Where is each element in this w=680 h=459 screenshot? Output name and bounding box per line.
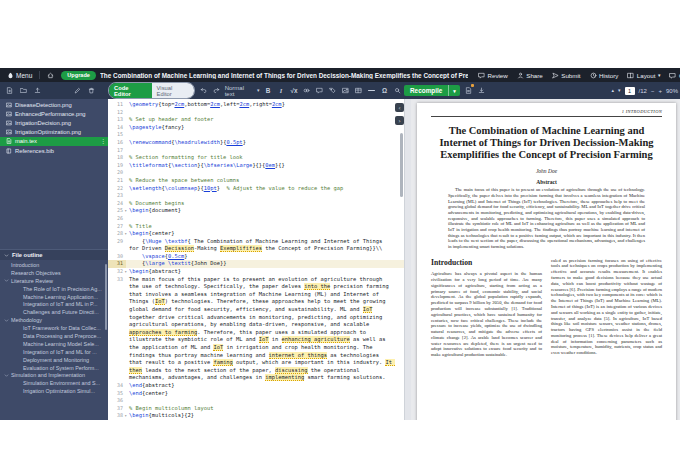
file-tree-item[interactable]: DiseaseDetection.png ⋮: [0, 100, 108, 109]
outline-item[interactable]: Machine Learning Application...: [0, 293, 108, 301]
chat-button[interactable]: Chat: [669, 72, 680, 79]
insert-table-button[interactable]: [354, 85, 363, 96]
search-button[interactable]: [393, 85, 402, 96]
expand-editor-button[interactable]: ›: [395, 116, 404, 125]
code-line[interactable]: 11\geometry{top=2cm,bottom=2cm,left=2cm,…: [108, 101, 404, 109]
undo-button[interactable]: [199, 85, 208, 96]
zoom-level-label[interactable]: 90%: [666, 88, 678, 94]
layout-button[interactable]: Layout ▾: [627, 72, 660, 79]
code-line[interactable]: 37% Begin multicolumn layout: [108, 405, 404, 413]
code-line[interactable]: 26: [108, 215, 404, 223]
share-button[interactable]: Share: [517, 72, 543, 79]
code-line[interactable]: 24% Document begins: [108, 200, 404, 208]
file-tree-item[interactable]: EnhancedPerformance.png ⋮: [0, 109, 108, 118]
code-line[interactable]: 22\setlength{\columnsep}{10pt} % Adjust …: [108, 185, 404, 193]
code-line[interactable]: 21% Reduce the space between columns: [108, 177, 404, 185]
code-line[interactable]: 20: [108, 169, 404, 177]
code-line[interactable]: 27% Title: [108, 223, 404, 231]
redo-button[interactable]: [212, 85, 221, 96]
rename-file-button[interactable]: [73, 85, 82, 96]
outline-item[interactable]: Methodology: [0, 316, 108, 324]
code-line[interactable]: 34\end{abstract}: [108, 382, 404, 390]
add-comment-button[interactable]: [315, 85, 324, 96]
zoom-in-button[interactable]: +: [658, 88, 662, 94]
zoom-out-button[interactable]: −: [651, 88, 655, 94]
outline-scrollbar[interactable]: [105, 264, 108, 330]
code-line[interactable]: 18% Section formatting for title look: [108, 154, 404, 162]
code-editor-tab[interactable]: Code Editor: [109, 83, 152, 98]
outline-item[interactable]: Machine Learning Model Sele...: [0, 340, 108, 348]
history-button[interactable]: History: [590, 72, 619, 79]
code-line[interactable]: 35\end{center}: [108, 390, 404, 398]
upgrade-button[interactable]: Upgrade: [61, 71, 96, 80]
insert-math-button[interactable]: √x: [290, 85, 299, 96]
upload-button[interactable]: [33, 85, 42, 96]
outline-item[interactable]: Literature Review: [0, 277, 108, 285]
pane-divider[interactable]: [404, 99, 411, 420]
file-tree-item[interactable]: IrrigationDecision.png ⋮: [0, 118, 108, 127]
code-line[interactable]: 28▾\begin{center}: [108, 230, 404, 238]
file-outline-header[interactable]: File outline: [0, 250, 108, 260]
outline-item[interactable]: The Role of IoT in Precision Ag...: [0, 285, 108, 293]
outline-item[interactable]: Simulation and Implementation: [0, 371, 108, 379]
code-editor-pane[interactable]: 11\geometry{top=2cm,bottom=2cm,left=2cm,…: [108, 99, 404, 420]
outline-item[interactable]: Deployment and Monitoring: [0, 356, 108, 364]
outline-item[interactable]: IoT Framework for Data Collec...: [0, 324, 108, 332]
bold-button[interactable]: B: [264, 85, 273, 96]
outline-item[interactable]: Irrigation Optimization Simul...: [0, 387, 108, 395]
outline-item[interactable]: Integration of IoT and ML for ...: [0, 348, 108, 356]
overflow-menu-button[interactable]: [367, 85, 376, 96]
code-line[interactable]: 31 {\large \textit{John Doe}}: [108, 260, 404, 268]
menu-button[interactable]: Menu: [4, 68, 35, 82]
pdf-preview-pane[interactable]: 1 INTRODUCTION The Combination of Machin…: [411, 99, 680, 420]
code-line[interactable]: 13% Set up header and footer: [108, 116, 404, 124]
collapse-editor-button[interactable]: ‹: [395, 103, 404, 112]
new-file-button[interactable]: [5, 85, 14, 96]
outline-item[interactable]: Simulation Environment and S...: [0, 379, 108, 387]
outline-item[interactable]: Evaluation of System Perform...: [0, 364, 108, 372]
code-line[interactable]: 19\titleformat{\section}{\bfseries\Large…: [108, 162, 404, 170]
code-line[interactable]: 32▾\begin{abstract}: [108, 268, 404, 276]
insert-link-button[interactable]: [302, 85, 311, 96]
file-menu-icon[interactable]: ⋮: [101, 138, 107, 144]
code-line[interactable]: 23: [108, 192, 404, 200]
paragraph-style-dropdown[interactable]: Normal text ▾: [225, 85, 260, 97]
editor-scrollbar[interactable]: [400, 133, 403, 197]
outline-item[interactable]: Integration of IoT and ML in P...: [0, 300, 108, 308]
code-line[interactable]: 30 \vspace{0.5cm}: [108, 253, 404, 261]
code-line[interactable]: 14\pagestyle{fancy}: [108, 124, 404, 132]
logs-button[interactable]: [464, 85, 473, 96]
code-line[interactable]: 25▾\begin{document}: [108, 207, 404, 215]
code-line[interactable]: 33The main focus of this paper is to pre…: [108, 276, 404, 382]
outline-item[interactable]: Challenges and Future Directi...: [0, 308, 108, 316]
code-line[interactable]: 36: [108, 397, 404, 405]
recompile-button[interactable]: Recompile ▾: [404, 85, 460, 96]
code-line[interactable]: 12: [108, 109, 404, 117]
code-line[interactable]: 38▾\begin{multicols}{2}: [108, 412, 404, 420]
visual-editor-tab[interactable]: Visual Editor: [152, 83, 194, 98]
page-number-input[interactable]: [625, 87, 635, 95]
outline-item[interactable]: Data Processing and Preproce...: [0, 332, 108, 340]
file-tree-item[interactable]: IrrigationOptimization.png ⋮: [0, 128, 108, 137]
delete-file-button[interactable]: [87, 85, 96, 96]
review-button[interactable]: Review: [478, 72, 508, 79]
code-line[interactable]: 15: [108, 131, 404, 139]
page-up-button[interactable]: ▴: [612, 88, 615, 93]
submit-button[interactable]: Submit: [552, 72, 581, 79]
code-line[interactable]: 16\renewcommand{\headrulewidth}{0.5pt}: [108, 139, 404, 147]
page-down-button[interactable]: ▾: [618, 88, 621, 93]
outline-item[interactable]: Research Objectives: [0, 269, 108, 277]
italic-button[interactable]: I: [277, 85, 286, 96]
code-line[interactable]: 17: [108, 147, 404, 155]
recompile-dropdown[interactable]: ▾: [448, 85, 460, 96]
file-tree-item[interactable]: main.tex ⋮: [0, 137, 108, 146]
insert-citation-button[interactable]: [328, 85, 337, 96]
new-folder-button[interactable]: [19, 85, 28, 96]
insert-figure-button[interactable]: [341, 85, 350, 96]
download-pdf-button[interactable]: [477, 85, 486, 96]
outline-item[interactable]: Introduction: [0, 261, 108, 269]
symbol-palette-button[interactable]: Ω: [380, 85, 389, 96]
home-button[interactable]: [44, 68, 57, 82]
file-tree-item[interactable]: References.bib ⋮: [0, 146, 108, 155]
code-line[interactable]: 29 {\Huge \textbf{ The Combination of Ma…: [108, 238, 404, 253]
